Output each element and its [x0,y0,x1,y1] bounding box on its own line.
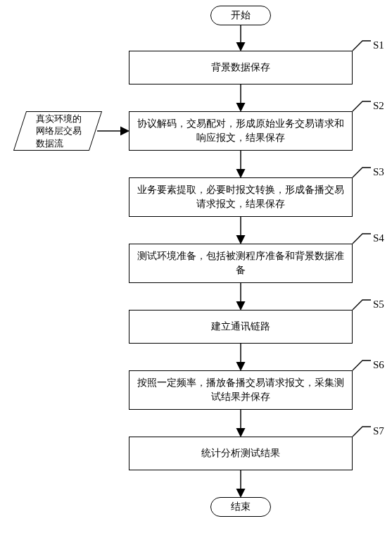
process-s4-text: 测试环境准备，包括被测程序准备和背景数据准备 [135,249,346,277]
process-s1-text: 背景数据保存 [211,61,270,75]
input-data-stream: 真实环境的 网络层交易 数据流 [13,111,103,151]
process-s5-text: 建立通讯链路 [211,320,270,334]
process-s6: 按照一定频率，播放备播交易请求报文，采集测试结果并保存 [129,370,353,410]
input-data-stream-text: 真实环境的 网络层交易 数据流 [36,113,82,150]
process-s5: 建立通讯链路 [129,310,353,344]
process-s2: 协议解码，交易配对，形成原始业务交易请求和响应报文，结果保存 [129,111,353,151]
step-label-s6: S6 [373,359,384,371]
terminator-end: 结束 [210,497,271,517]
process-s1: 背景数据保存 [129,51,353,84]
process-s2-text: 协议解码，交易配对，形成原始业务交易请求和响应报文，结果保存 [135,117,346,144]
process-s4: 测试环境准备，包括被测程序准备和背景数据准备 [129,244,353,283]
terminator-start-label: 开始 [231,9,251,22]
process-s7-text: 统计分析测试结果 [201,446,280,460]
process-s3: 业务要素提取，必要时报文转换，形成备播交易请求报文，结果保存 [129,177,353,217]
terminator-start: 开始 [210,6,271,25]
process-s3-text: 业务要素提取，必要时报文转换，形成备播交易请求报文，结果保存 [135,183,346,211]
terminator-end-label: 结束 [231,501,251,513]
step-label-s2: S2 [373,100,384,112]
step-label-s5: S5 [373,299,384,311]
flowchart-canvas: 开始 背景数据保存 协议解码，交易配对，形成原始业务交易请求和响应报文，结果保存… [0,0,392,533]
step-label-s1: S1 [373,39,384,51]
step-label-s7: S7 [373,425,384,437]
step-label-s3: S3 [373,166,384,178]
process-s6-text: 按照一定频率，播放备播交易请求报文，采集测试结果并保存 [135,376,346,403]
step-label-s4: S4 [373,232,384,244]
process-s7: 统计分析测试结果 [129,437,353,470]
